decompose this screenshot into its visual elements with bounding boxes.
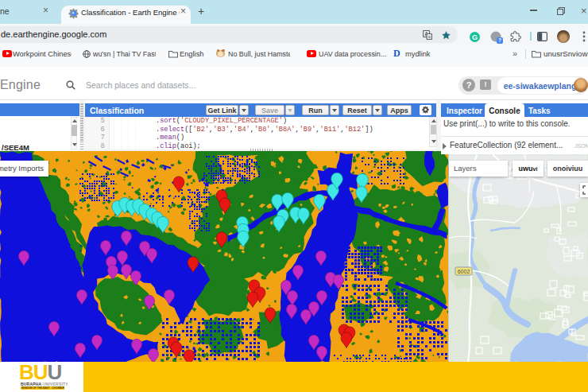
svg-text:?: ? [498,37,501,43]
svg-text:6002: 6002 [458,269,470,274]
svg-text:G: G [472,33,478,41]
